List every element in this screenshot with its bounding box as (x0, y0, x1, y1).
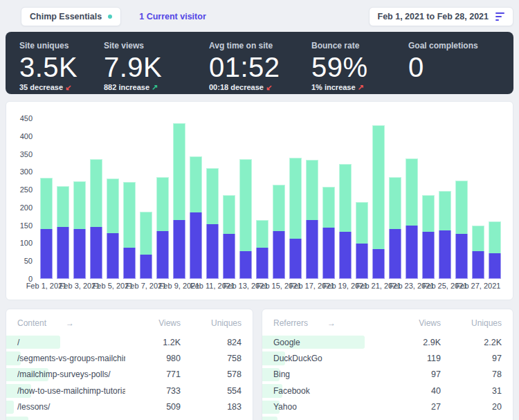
bar-segment-uniques (140, 255, 153, 279)
bar-stack (406, 158, 419, 279)
row-bar (6, 401, 14, 414)
stat-label: Site uniques (19, 41, 104, 51)
bar-column[interactable] (403, 118, 420, 279)
bar-segment-uniques (372, 249, 385, 279)
bar-segment-views (239, 159, 253, 251)
bar-column[interactable] (387, 118, 403, 279)
table-row[interactable]: Google2.9K2.2K (262, 334, 513, 350)
bar-stack (73, 181, 86, 279)
bar-column[interactable] (453, 118, 470, 279)
table-row[interactable]: /how-to-use-mailchimp-tutorial/733554 (6, 383, 253, 399)
bar-column[interactable] (370, 118, 387, 279)
row-views: 980 (125, 354, 181, 363)
row-uniques: 31 (441, 386, 502, 396)
bar-segment-uniques (406, 226, 419, 279)
bar-column[interactable] (470, 118, 486, 279)
bar-column[interactable] (420, 118, 437, 279)
stat-card: Site views7.9K882 increase↗ (104, 41, 209, 94)
bar-column[interactable] (55, 118, 71, 279)
traffic-chart-card: 450400350300250200150100500 Feb 1, 2021F… (6, 101, 513, 300)
bar-column[interactable] (337, 118, 354, 279)
table-row[interactable]: /1.2K824 (6, 334, 253, 350)
bar-stack (372, 125, 385, 279)
bar-stack (57, 186, 70, 279)
y-axis-label: 450 (20, 114, 33, 122)
bar-column[interactable] (154, 118, 171, 279)
bar-column[interactable] (237, 118, 254, 279)
table-row[interactable]: DuckDuckGo11997 (262, 350, 513, 366)
bar-column[interactable] (138, 118, 154, 279)
bar-segment-views (173, 123, 186, 220)
bar-stack (206, 168, 219, 279)
bar-stack (123, 182, 136, 279)
bar-segment-uniques (73, 229, 86, 279)
stat-value: 59% (311, 53, 408, 82)
table-row[interactable]: Yahoo2720 (262, 399, 513, 415)
bar-stack (273, 185, 286, 279)
row-name: /segments-vs-groups-mailchimp/ (17, 354, 125, 363)
bar-column[interactable] (486, 118, 503, 279)
row-views: 97 (385, 369, 441, 379)
tables-row: Content → Views Uniques /1.2K824/segment… (6, 309, 513, 420)
bar-stack (40, 178, 53, 279)
bar-column[interactable] (188, 118, 204, 279)
arrow-right-icon[interactable]: → (66, 318, 74, 328)
bar-column[interactable] (88, 118, 104, 279)
bar-column[interactable] (38, 118, 55, 279)
bar-segment-uniques (57, 227, 70, 279)
bar-segment-views (389, 177, 402, 229)
content-table-body: /1.2K824/segments-vs-groups-mailchimp/98… (6, 334, 253, 420)
bar-column[interactable] (221, 118, 237, 279)
date-range-button[interactable]: Feb 1, 2021 to Feb 28, 2021 (369, 7, 514, 26)
row-uniques: 20 (441, 402, 502, 412)
bar-stack (339, 164, 352, 279)
bar-column[interactable] (437, 118, 453, 279)
bar-segment-uniques (273, 231, 286, 279)
bar-column[interactable] (304, 118, 320, 279)
bar-segment-views (472, 226, 485, 251)
table-row[interactable]: /how-to-make-money-with-email-list/43633… (6, 415, 253, 420)
content-table-card: Content → Views Uniques /1.2K824/segment… (6, 309, 253, 420)
bar-column[interactable] (354, 118, 370, 279)
bar-segment-views (289, 158, 302, 239)
bar-segment-views (190, 156, 203, 212)
stacked-bar-chart: 450400350300250200150100500 Feb 1, 2021F… (13, 118, 503, 294)
stat-value: 0 (408, 53, 513, 82)
row-uniques: 183 (181, 402, 242, 412)
bar-column[interactable] (320, 118, 337, 279)
bar-column[interactable] (121, 118, 138, 279)
table-row[interactable]: Facebook4031 (262, 383, 513, 399)
bar-column[interactable] (204, 118, 221, 279)
current-visitors-link[interactable]: 1 Current visitor (139, 12, 206, 21)
table-row[interactable]: /mailchimp-surveys-polls/771578 (6, 367, 253, 383)
row-views: 771 (125, 369, 181, 379)
bar-segment-uniques (439, 230, 452, 279)
bar-segment-uniques (123, 248, 136, 279)
table-row[interactable]: /lessons/509183 (6, 399, 253, 415)
bar-column[interactable] (71, 118, 88, 279)
bar-stack (107, 179, 120, 279)
bar-segment-uniques (173, 220, 186, 279)
dashboard-page: Chimp Essentials 1 Current visitor Feb 1… (0, 0, 519, 420)
y-axis-label: 250 (20, 185, 33, 194)
bar-column[interactable] (271, 118, 287, 279)
table-row[interactable]: /segments-vs-groups-mailchimp/980758 (6, 350, 253, 366)
bar-stack (322, 187, 336, 279)
bar-segment-uniques (455, 234, 468, 279)
bar-segment-views (372, 125, 385, 249)
table-row[interactable]: ecosia.org159 (262, 415, 513, 420)
site-selector-button[interactable]: Chimp Essentials (21, 7, 121, 26)
bar-segment-uniques (422, 232, 435, 279)
column-header-uniques: Uniques (181, 318, 242, 328)
bar-column[interactable] (104, 118, 121, 279)
table-row[interactable]: Bing9778 (262, 367, 513, 383)
row-name: DuckDuckGo (273, 354, 385, 363)
y-axis-label: 400 (20, 132, 33, 140)
table-header: Content → Views Uniques (6, 309, 253, 334)
arrow-right-icon[interactable]: → (327, 318, 336, 328)
bar-column[interactable] (171, 118, 188, 279)
bar-column[interactable] (254, 118, 271, 279)
bar-column[interactable] (287, 118, 304, 279)
row-name: /how-to-use-mailchimp-tutorial/ (17, 386, 125, 396)
stat-label: Goal completions (408, 41, 513, 51)
